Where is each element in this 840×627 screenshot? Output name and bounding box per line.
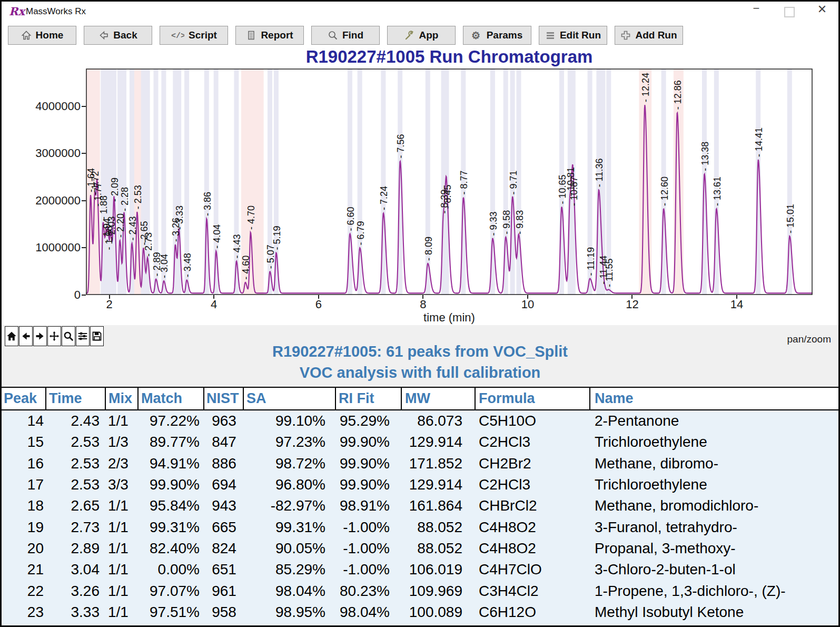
toolbar-button-home[interactable]: Home (8, 26, 76, 45)
cell-match: 94.91% (139, 455, 204, 472)
cell-formula: C2HCl3 (476, 476, 590, 493)
cell-name: Methane, dibromo- (590, 455, 840, 472)
cell-sa: 96.80% (244, 476, 336, 493)
column-header-formula[interactable]: Formula (476, 388, 590, 409)
cell-mix: 1/1 (106, 561, 139, 578)
x-tick-mark (213, 295, 214, 299)
peak-label: - 12.60 (659, 177, 670, 206)
table-row[interactable]: 172.533/399.90%69496.80%99.90%129.914C2H… (2, 474, 840, 495)
app-logo-icon: Rx (9, 5, 25, 18)
peak-label: - 4.43 (232, 234, 242, 258)
cell-sa: 99.31% (244, 519, 336, 536)
table-row[interactable]: 182.651/195.84%943-82.97%98.91%161.864CH… (2, 495, 840, 516)
cell-ri-fit: -1.00% (336, 561, 402, 578)
cell-match: 82.40% (139, 540, 204, 557)
cell-time: 2.53 (46, 476, 106, 493)
table-row[interactable]: 223.261/197.07%96198.04%80.23%109.969C3H… (2, 580, 840, 601)
cell-peak: 20 (2, 540, 46, 557)
cell-formula: CHBrCl2 (476, 497, 590, 514)
peak-label: - 6.79 (355, 221, 366, 245)
column-header-sa[interactable]: SA (244, 388, 336, 409)
peak-label: - 12.86 (673, 80, 683, 110)
find-icon (328, 30, 338, 41)
zoom-icon (63, 331, 74, 341)
cell-time: 2.43 (46, 413, 106, 429)
wrench-icon (404, 30, 415, 41)
table-row[interactable]: 192.731/199.31%66599.31%-1.00%88.052C4H8… (2, 516, 840, 537)
toolbar-button-back[interactable]: Back (84, 26, 152, 45)
column-header-peak[interactable]: Peak (2, 388, 46, 409)
cell-ri-fit: 99.90% (336, 455, 402, 472)
cell-peak: 23 (2, 604, 46, 621)
x-tick-label: 8 (407, 298, 439, 311)
column-header-name[interactable]: Name (590, 388, 840, 409)
maximize-button[interactable] (780, 7, 799, 21)
column-header-time[interactable]: Time (46, 388, 106, 409)
report-icon (246, 30, 256, 41)
table-row[interactable]: 233.331/197.51%95898.95%98.04%100.089C6H… (2, 602, 840, 623)
cell-peak: 22 (2, 583, 46, 600)
peak-label: - 3.48 (182, 253, 193, 277)
peak-label: - 2.53 (133, 185, 143, 209)
x-axis-title: time (min) (86, 311, 813, 325)
cell-name: Propanal, 3-methoxy- (590, 540, 840, 557)
toolbar-button-params[interactable]: ⚙Params (463, 26, 531, 45)
x-tick-mark (631, 295, 633, 299)
table-row[interactable]: 152.531/389.77%84797.23%99.90%129.914C2H… (2, 432, 840, 453)
table-row[interactable]: 142.431/197.22%96399.10%95.29%86.073C5H1… (2, 410, 840, 432)
cell-mix: 1/1 (106, 413, 139, 429)
cell-sa: 85.29% (244, 561, 336, 578)
peak-label: - 2.09 (110, 178, 120, 202)
table-row[interactable]: 202.891/182.40%82490.05%-1.00%88.052C4H8… (2, 538, 840, 559)
peak-label: - 11.55 (604, 258, 615, 287)
cell-time: 2.65 (46, 497, 106, 514)
highlight-band (133, 68, 142, 295)
table-row[interactable]: 162.532/394.91%88698.72%99.90%171.852CH2… (2, 453, 840, 474)
toolbar-button-report[interactable]: Report (235, 26, 304, 45)
cell-time: 2.89 (46, 540, 106, 557)
toolbar-button-app[interactable]: App (387, 26, 456, 45)
y-tick-label: 1000000 (17, 241, 81, 254)
cell-peak: 14 (2, 413, 46, 429)
peak-label: - 13.61 (712, 177, 723, 206)
cell-mw: 86.073 (402, 413, 476, 429)
cell-sa: 98.95% (244, 604, 336, 621)
cell-ri-fit: 80.23% (336, 583, 402, 600)
close-button[interactable]: ✕ (813, 3, 832, 16)
y-tick-label: 0 (17, 288, 81, 302)
peak-label: - 9.71 (508, 171, 519, 195)
toolbar-button-script[interactable]: </>Script (160, 26, 228, 45)
cell-nist: 651 (204, 561, 244, 578)
column-header-nist[interactable]: NIST (204, 388, 244, 409)
cell-mix: 1/1 (106, 583, 139, 600)
cell-ri-fit: 98.04% (336, 604, 402, 621)
column-header-mw[interactable]: MW (402, 388, 476, 409)
cell-formula: C4H7ClO (476, 561, 590, 578)
column-header-match[interactable]: Match (139, 388, 204, 409)
toolbar-button-label: Report (261, 30, 293, 41)
cell-mw: 109.969 (402, 583, 476, 600)
cell-mix: 2/3 (106, 455, 139, 472)
cell-formula: C6H12O (476, 604, 590, 621)
cell-mw: 100.089 (402, 604, 476, 621)
cell-name: 3-Chloro-2-buten-1-ol (590, 561, 840, 578)
column-header-mix[interactable]: Mix (106, 388, 139, 409)
cell-nist: 694 (204, 476, 244, 493)
cell-nist: 958 (204, 604, 244, 621)
cell-sa: 99.10% (244, 413, 336, 429)
cell-formula: C4H8O2 (476, 540, 590, 557)
table-row[interactable]: 213.041/10.00%65185.29%-1.00%106.019C4H7… (2, 559, 840, 580)
toolbar-button-add-run[interactable]: Add Run (615, 26, 683, 45)
column-header-ri-fit[interactable]: RI Fit (336, 388, 402, 409)
chromatogram-svg: - 1.64- 1.72- 1.77- 1.88- 1.94- 1.98- 2.… (86, 68, 813, 295)
gear-icon: ⚙ (472, 30, 482, 41)
save-icon (92, 331, 102, 341)
x-tick-label: 6 (303, 298, 334, 311)
cell-name: Trichloroethylene (590, 476, 840, 493)
toolbar-button-edit-run[interactable]: Edit Run (539, 26, 607, 45)
toolbar-button-find[interactable]: Find (311, 26, 380, 45)
x-tick-mark (422, 295, 423, 299)
peak-label: - 8.77 (459, 171, 469, 195)
minimize-button[interactable]: − (747, 2, 766, 15)
chromatogram-plot[interactable]: - 1.64- 1.72- 1.77- 1.88- 1.94- 1.98- 2.… (86, 68, 813, 295)
